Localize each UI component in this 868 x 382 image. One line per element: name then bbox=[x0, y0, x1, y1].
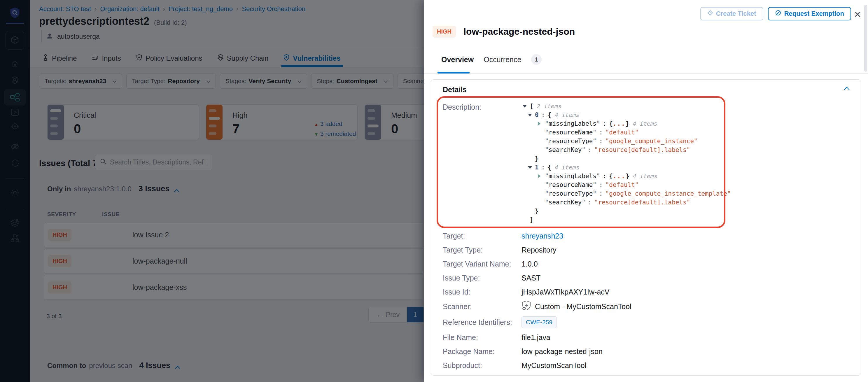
field-row-scanner: Scanner: Custom - MyCustomScanTool bbox=[443, 299, 845, 314]
description-json-viewer: [ 2 items 0 : { 4 items "missingLabels" … bbox=[523, 102, 731, 224]
field-row-target-variant: Target Variant Name: 1.0.0 bbox=[443, 257, 845, 271]
close-icon[interactable]: ✕ bbox=[852, 9, 863, 20]
json-string-value: "resource[default].labels" bbox=[594, 147, 690, 153]
tab-overview[interactable]: Overview bbox=[441, 55, 474, 64]
issue-title: low-package-nested-json bbox=[463, 26, 575, 37]
create-ticket-label: Create Ticket bbox=[716, 10, 756, 18]
field-label: Package Name: bbox=[443, 347, 522, 356]
cwe-badge[interactable]: CWE-259 bbox=[522, 316, 557, 328]
occurrence-count-badge: 1 bbox=[531, 54, 541, 65]
json-key: "searchKey" bbox=[545, 199, 585, 206]
app-root: Account: STO test › Organization: defaul… bbox=[0, 0, 868, 382]
json-line: ] bbox=[523, 216, 731, 224]
json-collapsed-dots: ... bbox=[613, 120, 626, 127]
json-colon: : bbox=[599, 138, 603, 145]
field-value: Repository bbox=[522, 246, 557, 254]
json-key: "resourceName" bbox=[545, 181, 596, 188]
json-line: "searchKey" : "resource[default].labels" bbox=[538, 198, 731, 207]
field-value: file1.java bbox=[522, 333, 550, 342]
json-line: } bbox=[528, 207, 731, 216]
scrollbar-thumb[interactable] bbox=[864, 5, 867, 72]
request-exemption-button[interactable]: Request Exemption bbox=[768, 7, 851, 21]
drawer-tabs: Overview Occurrence 1 bbox=[441, 54, 541, 65]
json-key: "searchKey" bbox=[545, 147, 585, 153]
drawer-actions: Create Ticket Request Exemption bbox=[700, 7, 851, 21]
json-collapsed-dots: ... bbox=[613, 172, 626, 180]
field-label: Issue Id: bbox=[443, 288, 522, 296]
json-string-value: "google_compute_instance" bbox=[606, 138, 698, 145]
json-string-value: "default" bbox=[606, 129, 639, 136]
json-string-value: "google_compute_instance_template" bbox=[606, 190, 731, 197]
field-row-issue-type: Issue Type: SAST bbox=[443, 271, 845, 285]
json-brace: { bbox=[548, 164, 551, 171]
expand-triangle-icon[interactable] bbox=[528, 114, 532, 116]
json-collapsed-open: { bbox=[609, 172, 613, 180]
field-value: MyCustomScanTool bbox=[522, 361, 586, 370]
json-collapsed-open: { bbox=[609, 120, 613, 127]
json-string-value: "resource[default].labels" bbox=[594, 199, 690, 206]
json-colon: : bbox=[541, 112, 545, 118]
field-value: 1.0.0 bbox=[522, 260, 538, 268]
json-line[interactable]: 1 : { 4 items bbox=[528, 163, 731, 172]
modal-dim-overlay[interactable] bbox=[0, 0, 424, 382]
json-items-count: 4 items bbox=[633, 120, 657, 127]
json-colon: : bbox=[599, 181, 603, 188]
drawer-title-row: HIGH low-package-nested-json bbox=[433, 26, 575, 38]
json-line: "resourceName" : "default" bbox=[538, 128, 731, 137]
field-row-target: Target: shreyansh23 bbox=[443, 229, 845, 243]
json-key: "missingLabels" bbox=[545, 172, 600, 180]
json-colon: : bbox=[599, 190, 603, 197]
details-fields: Target: shreyansh23 Target Type: Reposit… bbox=[443, 229, 845, 372]
json-line[interactable]: "missingLabels" : { ... } 4 items bbox=[538, 119, 731, 128]
json-line: "searchKey" : "resource[default].labels" bbox=[538, 146, 731, 154]
json-items-count: 2 items bbox=[537, 103, 561, 109]
collapsed-triangle-icon[interactable] bbox=[538, 122, 540, 126]
field-row-issue-id: Issue Id: jHspJaWxTIkpAXY1Iw-acV bbox=[443, 285, 845, 299]
field-value: jHspJaWxTIkpAXY1Iw-acV bbox=[522, 288, 609, 296]
json-line[interactable]: 0 : { 4 items bbox=[528, 110, 731, 119]
severity-badge: HIGH bbox=[433, 26, 456, 38]
details-collapse-chevron-up-icon[interactable] bbox=[844, 86, 849, 91]
field-value: low-package-nested-json bbox=[522, 347, 602, 356]
json-colon: : bbox=[603, 172, 607, 180]
json-index: 1 bbox=[535, 164, 539, 171]
json-key: "resourceName" bbox=[545, 129, 596, 136]
field-label: Target Variant Name: bbox=[443, 260, 522, 268]
drawer-tab-divider bbox=[424, 73, 868, 74]
json-bracket: ] bbox=[530, 216, 533, 223]
json-key: "resourceType" bbox=[545, 138, 596, 145]
json-colon: : bbox=[599, 129, 603, 136]
field-row-subproduct: Subproduct: MyCustomScanTool bbox=[443, 358, 845, 372]
field-label: Reference Identifiers: bbox=[443, 318, 522, 327]
json-key: "missingLabels" bbox=[545, 120, 600, 127]
target-link[interactable]: shreyansh23 bbox=[522, 232, 563, 240]
create-ticket-button[interactable]: Create Ticket bbox=[700, 7, 763, 21]
json-items-count: 4 items bbox=[633, 172, 657, 180]
exemption-eye-slash-icon bbox=[775, 10, 781, 18]
json-collapsed-close: } bbox=[626, 120, 629, 127]
json-line: "resourceType" : "google_compute_instanc… bbox=[538, 137, 731, 146]
json-colon: : bbox=[603, 120, 607, 127]
tab-occurrence[interactable]: Occurrence bbox=[484, 55, 521, 64]
issue-details-drawer: Create Ticket Request Exemption ✕ HIGH l… bbox=[424, 0, 868, 382]
field-label: File Name: bbox=[443, 333, 522, 342]
expand-triangle-icon[interactable] bbox=[528, 166, 532, 169]
json-line: } bbox=[528, 154, 731, 163]
json-colon: : bbox=[541, 164, 545, 171]
json-collapsed-close: } bbox=[626, 172, 629, 180]
field-label: Target: bbox=[443, 232, 522, 240]
json-bracket: [ bbox=[530, 103, 533, 109]
field-row-target-type: Target Type: Repository bbox=[443, 243, 845, 257]
json-index: 0 bbox=[535, 112, 539, 118]
json-colon: : bbox=[588, 199, 592, 206]
field-value: SAST bbox=[522, 274, 540, 282]
details-card: Details Description: [ 2 items 0 : { 4 i… bbox=[431, 79, 861, 376]
json-brace: { bbox=[548, 112, 551, 118]
json-line: "resourceName" : "default" bbox=[538, 181, 731, 189]
custom-scanner-icon bbox=[522, 300, 531, 313]
expand-triangle-icon[interactable] bbox=[523, 105, 527, 107]
json-line[interactable]: "missingLabels" : { ... } 4 items bbox=[538, 172, 731, 181]
json-line[interactable]: [ 2 items bbox=[523, 102, 731, 110]
json-key: "resourceType" bbox=[545, 190, 596, 197]
collapsed-triangle-icon[interactable] bbox=[538, 174, 540, 178]
